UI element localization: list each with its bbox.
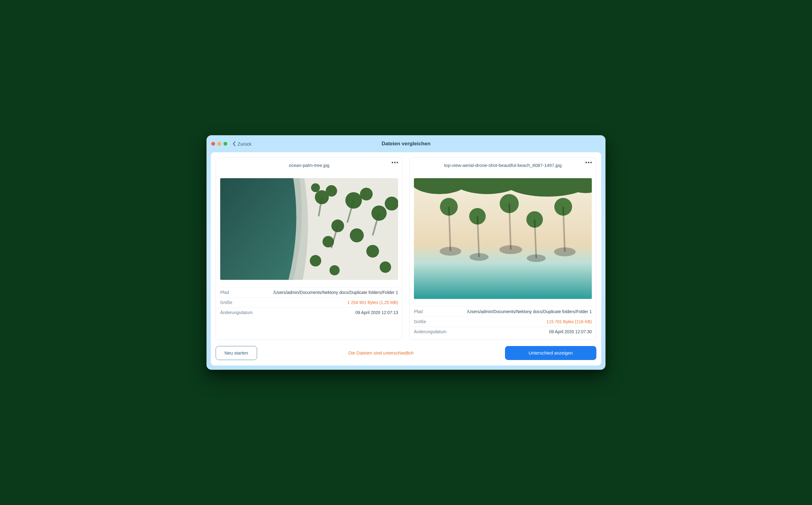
image-preview [220, 178, 398, 280]
meta-label-path: Pfad [414, 309, 423, 314]
ellipsis-icon [588, 162, 589, 163]
file-card-right: top-view-aerial-drone-shot-beautiful-bea… [409, 157, 596, 340]
svg-point-5 [360, 188, 373, 201]
meta-value-size: 1 254 901 Bytes (1,25 MB) [347, 300, 398, 305]
meta-modified-row: Änderungsdatum 09 April 2020 12:07:30 [414, 327, 592, 337]
ellipsis-icon [392, 162, 393, 163]
svg-point-3 [311, 183, 320, 192]
svg-point-14 [380, 262, 391, 273]
ellipsis-icon [397, 162, 398, 163]
maximize-window-button[interactable] [224, 142, 227, 146]
svg-point-12 [310, 255, 321, 267]
meta-label-size: Größe [414, 319, 426, 324]
image-preview [414, 178, 592, 299]
show-difference-button[interactable]: Unterschied anzeigen [505, 346, 596, 360]
meta-value-size: 115 701 Bytes (116 KB) [547, 319, 592, 324]
svg-point-10 [350, 228, 364, 242]
content-area: ocean-palm-tree.jpg [211, 152, 601, 365]
file-name: top-view-aerial-drone-shot-beautiful-bea… [414, 163, 592, 168]
svg-point-4 [345, 192, 362, 209]
restart-button[interactable]: Neu starten [216, 346, 257, 360]
meta-label-size: Größe [220, 300, 232, 305]
meta-label-path: Pfad [220, 290, 229, 295]
ellipsis-icon [394, 162, 396, 163]
file-name: ocean-palm-tree.jpg [220, 163, 398, 168]
titlebar: Zurück Dateien vergleichen [206, 135, 606, 152]
meta-modified-row: Änderungsdatum 09 April 2020 12:07:13 [220, 307, 398, 317]
meta-size-row: Größe 115 701 Bytes (116 KB) [414, 317, 592, 327]
ellipsis-icon [585, 162, 587, 163]
meta-value-modified: 09 April 2020 12:07:13 [356, 310, 398, 315]
minimize-window-button[interactable] [217, 142, 221, 146]
svg-point-7 [385, 197, 398, 211]
compare-status: Die Dateien sind unterschiedlich [349, 350, 414, 355]
close-window-button[interactable] [211, 142, 215, 146]
svg-point-13 [330, 265, 340, 275]
card-header: ocean-palm-tree.jpg [220, 162, 398, 168]
svg-point-2 [326, 185, 337, 197]
svg-point-8 [332, 220, 344, 232]
meta-value-path: /Users/admin/Documents/Nektony docs/Dupl… [273, 290, 398, 295]
back-button[interactable]: Zurück [233, 141, 252, 147]
more-options-button[interactable] [392, 162, 398, 163]
more-options-button[interactable] [585, 162, 592, 163]
meta-label-modified: Änderungsdatum [220, 310, 253, 315]
meta-size-row: Größe 1 254 901 Bytes (1,25 MB) [220, 297, 398, 307]
window-controls [211, 142, 227, 146]
file-card-left: ocean-palm-tree.jpg [216, 157, 403, 340]
app-window: Zurück Dateien vergleichen ocean-palm-tr… [206, 135, 606, 369]
card-header: top-view-aerial-drone-shot-beautiful-bea… [414, 162, 592, 168]
meta-label-modified: Änderungsdatum [414, 329, 446, 334]
window-title: Dateien vergleichen [206, 141, 606, 147]
meta-value-path: /Users/admin/Documents/Nektony docs/Dupl… [467, 309, 592, 314]
svg-point-11 [366, 245, 379, 258]
ellipsis-icon [590, 162, 592, 163]
meta-path-row: Pfad /Users/admin/Documents/Nektony docs… [220, 287, 398, 297]
back-label: Zurück [238, 141, 252, 147]
meta-value-modified: 09 April 2020 12:07:30 [549, 329, 592, 334]
footer-bar: Neu starten Die Dateien sind unterschied… [216, 346, 596, 360]
meta-path-row: Pfad /Users/admin/Documents/Nektony docs… [414, 306, 592, 317]
compare-cards: ocean-palm-tree.jpg [216, 157, 596, 340]
chevron-left-icon [233, 141, 236, 146]
